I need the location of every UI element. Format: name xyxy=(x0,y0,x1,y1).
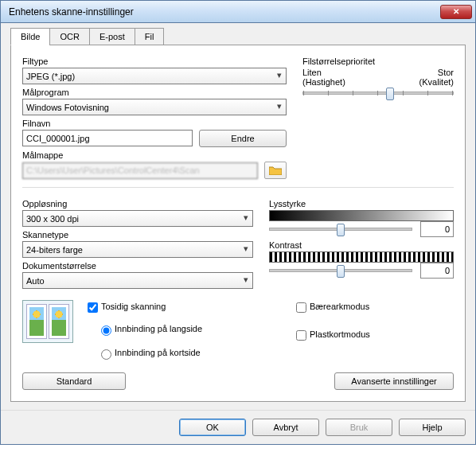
dialog-footer: OK Avbryt Bruk Hjelp xyxy=(1,410,475,444)
filename-label: Filnavn xyxy=(22,119,287,128)
cancel-button[interactable]: Avbryt xyxy=(252,419,319,436)
plastic-checkbox[interactable] xyxy=(296,330,306,341)
contrast-gradient xyxy=(269,251,454,263)
resolution-label: Oppløsning xyxy=(22,199,253,208)
window-title: Enhetens skanne-innstillinger xyxy=(9,6,440,18)
bind-long-radio[interactable] xyxy=(101,325,111,336)
apply-button[interactable]: Bruk xyxy=(326,419,392,436)
folder-icon xyxy=(269,166,282,175)
tab-file[interactable]: Fil xyxy=(135,28,165,45)
change-button[interactable]: Endre xyxy=(199,130,287,147)
advanced-button[interactable]: Avanserte innstillinger xyxy=(334,372,454,390)
titlebar: Enhetens skanne-innstillinger ✕ xyxy=(1,1,475,23)
docsize-label: Dokumentstørrelse xyxy=(22,261,253,271)
duplex-illustration xyxy=(22,300,73,343)
targetapp-select[interactable]: Windows Fotovisning xyxy=(22,99,287,115)
duplex-checkbox[interactable] xyxy=(88,302,98,313)
tab-image[interactable]: Bilde xyxy=(10,28,50,45)
priority-small-label: Liten xyxy=(302,68,322,77)
brightness-label: Lysstyrke xyxy=(269,199,454,208)
duplex-label: Tosidig skanning xyxy=(101,302,166,311)
filetype-label: Filtype xyxy=(22,56,287,66)
tab-panel: Filtype JPEG (*.jpg) Målprogram Windows … xyxy=(10,45,466,402)
filetype-select[interactable]: JPEG (*.jpg) xyxy=(22,68,287,84)
brightness-gradient xyxy=(269,210,454,221)
priority-quality-label: (Kvalitet) xyxy=(419,77,454,87)
ok-button[interactable]: OK xyxy=(179,419,246,436)
contrast-label: Kontrast xyxy=(269,240,454,250)
filename-input[interactable] xyxy=(22,130,193,146)
browse-folder-button[interactable] xyxy=(264,162,287,179)
brightness-value[interactable] xyxy=(420,221,454,237)
carrier-label: Bærearkmodus xyxy=(310,302,369,311)
scantype-select[interactable]: 24-biters farge xyxy=(22,241,253,258)
tab-strip: Bilde OCR E-post Fil xyxy=(10,28,466,45)
default-button[interactable]: Standard xyxy=(22,372,126,390)
bind-long-label: Innbinding på langside xyxy=(115,324,202,333)
priority-large-label: Stor xyxy=(438,68,454,77)
docsize-select[interactable]: Auto xyxy=(22,272,253,289)
bind-short-label: Innbinding på kortside xyxy=(115,348,201,357)
priority-slider[interactable] xyxy=(302,92,454,95)
tab-email[interactable]: E-post xyxy=(89,28,135,45)
destfolder-label: Målmappe xyxy=(22,150,287,160)
close-button[interactable]: ✕ xyxy=(440,5,472,19)
brightness-slider[interactable] xyxy=(269,228,412,231)
tab-ocr[interactable]: OCR xyxy=(49,28,89,45)
resolution-select[interactable]: 300 x 300 dpi xyxy=(22,210,253,227)
destfolder-input xyxy=(22,162,258,179)
scantype-label: Skannetype xyxy=(22,230,253,240)
bind-short-radio[interactable] xyxy=(101,349,111,360)
plastic-label: Plastkortmodus xyxy=(310,329,370,339)
contrast-value[interactable] xyxy=(420,263,454,279)
help-button[interactable]: Hjelp xyxy=(399,419,466,436)
carrier-checkbox[interactable] xyxy=(296,302,306,313)
contrast-slider[interactable] xyxy=(269,269,412,272)
priority-speed-label: (Hastighet) xyxy=(302,77,345,87)
priority-label: Filstørrelseprioritet xyxy=(302,56,454,66)
targetapp-label: Målprogram xyxy=(22,88,287,97)
